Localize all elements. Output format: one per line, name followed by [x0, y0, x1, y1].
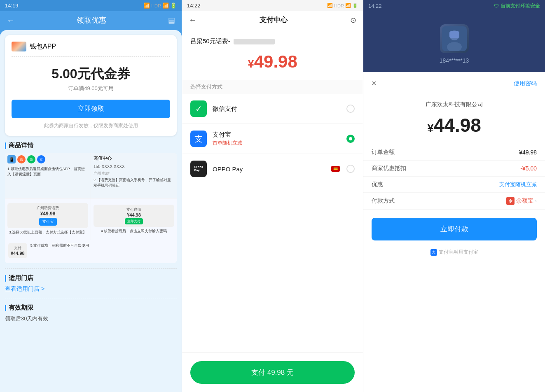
- order-amount-val: ¥49.98: [519, 149, 537, 156]
- payment-center-content: 吕梁50元话费- ¥49.98 选择支付方式 ✓ 微信支付 支 支付宝 首单随机…: [182, 29, 363, 352]
- status-icons-2: 📶 HDR 📶 🔋: [327, 3, 358, 8]
- alipay-note-text: 支付宝融用支付宝: [439, 249, 478, 256]
- avatar-placeholder: [440, 24, 469, 53]
- coupon-note: 此券为商家自行发放，仅限发券商家处使用: [12, 122, 170, 129]
- step1-text: 1.领取优惠券后返回桌面点击钱包APP，首页进入【话费流量】页面: [7, 166, 88, 177]
- store-link[interactable]: 查看适用门店 >: [5, 285, 177, 293]
- section-detail-title: 商品详情: [5, 142, 177, 149]
- order-price: ¥49.98: [182, 48, 363, 80]
- oppo-card-icon: 💳: [331, 166, 340, 172]
- step-image-bottom-left: 广州话费话费 ¥49.98 支付宝 3.选择50元以上面额，支付方式选择【支付宝…: [5, 198, 91, 240]
- step2-text: 2.【话费充值】页面输入手机号，开了输邮对显示手机号码验证: [94, 177, 174, 188]
- back-btn-2[interactable]: ←: [189, 15, 197, 25]
- order-title-row: 吕梁50元话费-: [182, 29, 363, 48]
- order-title-blur: [234, 39, 275, 44]
- sheet-header: × 使用密码: [363, 72, 545, 95]
- payment-sheet: × 使用密码 广东欢太科技有限公司 ¥44.98 订单金额 ¥49.98 商家优…: [363, 72, 545, 392]
- wechat-radio[interactable]: [346, 105, 355, 113]
- oppo-label: OPPO Pay: [213, 166, 325, 173]
- alipay-radio[interactable]: [346, 135, 355, 143]
- status-bar-2: 14:22 📶 HDR 📶 🔋: [182, 0, 363, 11]
- pay-amount-yen: ¥: [427, 121, 434, 134]
- user-id: 184******13: [440, 57, 469, 64]
- coupon-amount-text: 5.00元代金券: [12, 65, 170, 83]
- img-grid: 📱 话 微 支 1.领取优惠券后返回桌面点击钱包APP，首页进入【话费流量】页面: [5, 153, 177, 240]
- merchant-discount-val: -¥5.00: [520, 165, 537, 172]
- confirm-pay-button[interactable]: 立即付款: [372, 218, 537, 240]
- wechat-label: 微信支付: [213, 105, 341, 113]
- order-amount-label: 订单金额: [372, 149, 395, 156]
- status-icons-1: 📶 HDR 📶 🔋: [143, 2, 177, 9]
- back-btn-1[interactable]: ←: [7, 16, 15, 25]
- wallet-label: 钱包APP: [30, 42, 56, 51]
- nav-bar-2: ← 支付中心 ⊙: [182, 11, 363, 29]
- panel-payment-center: 14:22 📶 HDR 📶 🔋 ← 支付中心 ⊙ 吕梁50元话费- ¥49.98…: [182, 0, 363, 392]
- alipay-small-icon: 支: [430, 249, 437, 256]
- coupon-amount-section: 5.00元代金券 订单满49.00元可用: [12, 62, 170, 94]
- status-time-1: 14:19: [5, 2, 19, 9]
- divider2: [5, 298, 177, 298]
- pay-amount-value: 44.98: [434, 114, 481, 136]
- arrow-right-icon: ›: [535, 198, 537, 204]
- nav-bar-1: ← 领取优惠 ▤: [0, 11, 182, 29]
- divider1: [5, 268, 177, 268]
- step3-text: 3.选择50元以上面额，支付方式选择【支付宝】: [9, 230, 87, 235]
- panel1-content: 钱包APP 5.00元代金券 订单满49.00元可用 立即领取 此券为商家自行发…: [0, 30, 182, 392]
- alipay-note: 支 支付宝融用支付宝: [363, 249, 545, 260]
- nav-icon-1[interactable]: ▤: [168, 16, 175, 25]
- order-title-text: 吕梁50元话费-: [190, 37, 230, 45]
- panel-coupon: 14:19 📶 HDR 📶 🔋 ← 领取优惠 ▤ 钱包APP 5.00元代金券 …: [0, 0, 182, 392]
- coupon-condition: 订单满49.00元可用: [12, 85, 170, 92]
- oppo-radio[interactable]: [346, 165, 355, 173]
- status-bar-3: 14:22 🛡 当前支付环境安全: [363, 0, 545, 12]
- pay-submit-button[interactable]: 支付 49.98 元: [190, 361, 355, 384]
- status-time-3: 14:22: [368, 3, 382, 9]
- alipay-sub: 首单随机立减: [213, 140, 341, 147]
- merchant-discount-row: 商家优惠抵扣 -¥5.00: [363, 161, 545, 177]
- price-value: 49.98: [254, 52, 297, 71]
- security-badge: 🛡 当前支付环境安全: [494, 2, 540, 9]
- merchant-discount-label: 商家优惠抵扣: [372, 165, 406, 172]
- oppo-right: 💳: [331, 165, 355, 173]
- step4-text: 4.核仪看折后后，点击立即支付输入密码: [101, 229, 167, 234]
- discount-row: 优惠 支付宝随机立减: [363, 177, 545, 193]
- payment-method-row[interactable]: 付款方式 余 余额宝 ›: [363, 193, 545, 210]
- payment-method-val-row: 余 余额宝 ›: [506, 197, 537, 205]
- step-image-left: 📱 话 微 支 1.领取优惠券后返回桌面点击钱包APP，首页进入【话费流量】页面: [5, 153, 91, 198]
- nav-title-2: 支付中心: [260, 15, 288, 25]
- oppo-name-block: OPPO Pay: [213, 166, 325, 173]
- payment-method-val: 余额宝: [516, 197, 533, 205]
- order-amount-row: 订单金额 ¥49.98: [363, 145, 545, 161]
- panel-alipay-payment: 14:22 🛡 当前支付环境安全 184******13 × 使用密码: [363, 0, 545, 392]
- avatar-box: [440, 24, 469, 53]
- user-profile-section: 184******13: [363, 12, 545, 72]
- product-images: 📱 话 微 支 1.领取优惠券后返回桌面点击钱包APP，首页进入【话费流量】页面: [5, 153, 177, 263]
- section-validity-title: 有效期限: [5, 304, 177, 312]
- avatar-svg: [442, 26, 467, 51]
- shield-icon: 🛡: [494, 3, 499, 9]
- security-text: 当前支付环境安全: [501, 2, 540, 9]
- coupon-header: 钱包APP: [12, 42, 170, 57]
- alipay-name-block: 支付宝 首单随机立减: [213, 131, 341, 147]
- close-button[interactable]: ×: [372, 79, 377, 88]
- settings-icon-2[interactable]: ⊙: [350, 16, 356, 25]
- wechat-icon: ✓: [190, 100, 207, 117]
- alipay-label: 支付宝: [213, 131, 341, 139]
- wechat-name-block: 微信支付: [213, 105, 341, 113]
- section-store-title: 适用门店: [5, 274, 177, 282]
- svg-rect-3: [449, 31, 459, 38]
- payment-method-label: 付款方式: [372, 197, 395, 205]
- price-yen: ¥: [248, 57, 254, 70]
- merchant-name: 广东欢太科技有限公司: [363, 95, 545, 111]
- step5-cell: 支付 ¥44.98 5.支付成功，朝和需前不可再次使用: [5, 240, 177, 263]
- discount-label: 优惠: [372, 181, 383, 188]
- pay-method-alipay[interactable]: 支 支付宝 首单随机立减: [182, 124, 363, 154]
- pay-method-wechat[interactable]: ✓ 微信支付: [182, 94, 363, 124]
- status-time-2: 14:22: [187, 2, 201, 9]
- step5-text: 5.支付成功，朝和需前不可再次使用: [30, 243, 89, 248]
- password-link[interactable]: 使用密码: [514, 80, 537, 87]
- yue-icon: 余: [506, 197, 515, 205]
- step-image-right: 充值中心 150 XXXX XXXX 广州 电信 2.【话费充值】页面输入手机号…: [91, 153, 177, 198]
- pay-method-oppo[interactable]: OPPOPay OPPO Pay 💳: [182, 154, 363, 184]
- claim-button[interactable]: 立即领取: [12, 100, 170, 118]
